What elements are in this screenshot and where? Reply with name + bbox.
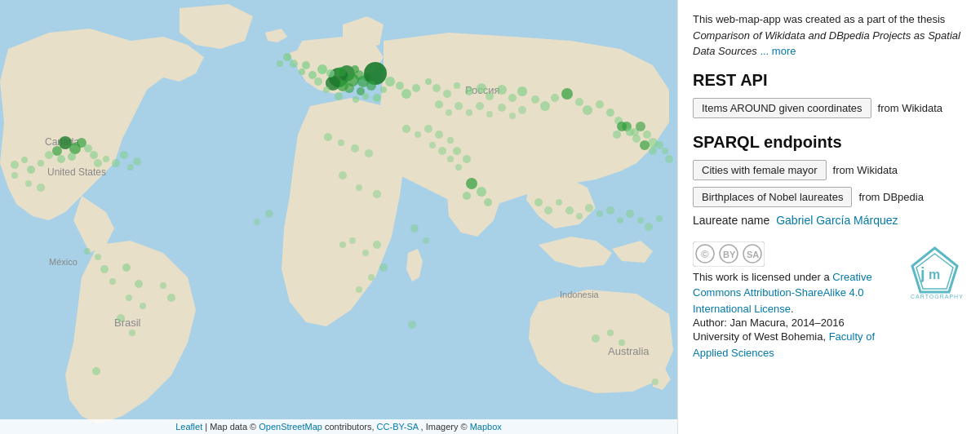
svg-point-115 (95, 254, 101, 260)
svg-point-90 (94, 159, 102, 167)
svg-point-102 (463, 192, 471, 200)
map-container[interactable]: Россия Canada United States México Brasi… (0, 0, 677, 434)
cc-logo: © BY SA (693, 241, 765, 267)
svg-point-110 (109, 278, 116, 285)
svg-point-88 (21, 157, 28, 163)
svg-point-151 (446, 109, 452, 116)
intro-paragraph: This web-map-app was created as a part o… (693, 11, 965, 60)
more-link[interactable]: ... more (760, 45, 796, 57)
svg-point-134 (349, 237, 356, 244)
svg-point-92 (112, 159, 120, 167)
svg-point-103 (122, 264, 131, 272)
svg-point-95 (133, 157, 141, 166)
svg-point-32 (362, 93, 369, 100)
svg-point-157 (509, 113, 516, 119)
svg-text:©: © (701, 248, 709, 260)
svg-point-82 (84, 144, 92, 153)
svg-point-128 (379, 264, 388, 272)
laureate-name: Gabriel García Márquez (776, 214, 898, 227)
svg-point-19 (336, 67, 346, 77)
jm-logo: j m CARTOGRAPHY (904, 241, 965, 305)
svg-point-138 (544, 206, 552, 215)
svg-point-147 (637, 217, 644, 224)
svg-point-108 (129, 330, 135, 336)
sidebar: This web-map-app was created as a part o… (677, 0, 980, 434)
svg-point-162 (447, 156, 454, 162)
around-coordinates-button[interactable]: Items AROUND given coordinates (693, 98, 871, 118)
svg-point-75 (356, 184, 362, 191)
svg-point-146 (626, 210, 634, 218)
svg-point-55 (575, 98, 583, 106)
sparql-section: SPARQL endpoints Cities with female mayo… (693, 133, 965, 227)
svg-point-99 (466, 178, 477, 189)
svg-point-100 (477, 187, 486, 197)
svg-point-154 (476, 102, 484, 110)
svg-point-89 (11, 161, 19, 169)
svg-point-40 (412, 84, 420, 92)
univ-text: University of West Bohemia, Faculty of A… (693, 329, 896, 361)
svg-text:j: j (920, 264, 925, 282)
svg-point-159 (453, 147, 461, 155)
mapbox-link[interactable]: Mapbox (470, 422, 502, 432)
svg-point-76 (373, 190, 381, 198)
svg-point-71 (338, 140, 344, 146)
ccbysa-link[interactable]: CC-BY-SA (377, 422, 419, 432)
svg-point-68 (435, 131, 443, 139)
svg-point-53 (551, 94, 559, 102)
svg-point-18 (351, 65, 359, 73)
svg-point-51 (531, 95, 539, 104)
svg-point-81 (68, 153, 76, 161)
svg-point-42 (432, 84, 441, 92)
svg-point-15 (344, 83, 354, 93)
svg-point-123 (640, 140, 650, 150)
birthplaces-nobel-button[interactable]: Birthplaces of Nobel laureates (693, 187, 852, 207)
svg-text:m: m (929, 268, 940, 281)
svg-point-37 (277, 60, 283, 67)
svg-point-122 (632, 135, 641, 143)
svg-point-52 (540, 101, 550, 111)
svg-text:United States: United States (47, 166, 106, 178)
svg-point-17 (364, 62, 387, 85)
leaflet-link[interactable]: Leaflet (175, 422, 202, 432)
svg-point-35 (385, 77, 395, 86)
svg-point-73 (365, 149, 373, 157)
svg-point-62 (636, 122, 645, 131)
sparql-from-1: from Wikidata (833, 164, 898, 176)
map-attribution: Leaflet | Map data © OpenStreetMap contr… (0, 419, 677, 434)
svg-point-72 (351, 144, 359, 153)
svg-point-105 (126, 294, 132, 301)
svg-point-126 (662, 148, 668, 154)
svg-point-67 (424, 125, 432, 133)
license-and-logo: © BY SA This work is licensed under a Cr… (693, 241, 965, 361)
svg-point-117 (607, 330, 614, 336)
osm-link[interactable]: OpenStreetMap (259, 422, 322, 432)
svg-point-83 (90, 151, 98, 159)
svg-point-20 (326, 69, 335, 78)
svg-point-28 (314, 78, 322, 86)
svg-point-96 (11, 172, 18, 179)
svg-point-136 (423, 237, 429, 244)
svg-point-121 (613, 131, 621, 139)
svg-point-143 (596, 210, 603, 217)
svg-point-70 (324, 133, 332, 141)
svg-point-23 (317, 64, 327, 74)
cities-female-mayor-button[interactable]: Cities with female mayor (693, 160, 827, 180)
svg-point-132 (373, 241, 381, 249)
svg-point-155 (486, 111, 493, 117)
svg-point-160 (463, 155, 471, 163)
svg-point-116 (592, 334, 600, 343)
svg-point-167 (265, 210, 273, 218)
svg-point-30 (335, 92, 343, 100)
svg-point-107 (117, 314, 125, 322)
svg-point-133 (339, 241, 346, 248)
svg-point-45 (465, 87, 473, 95)
svg-point-66 (415, 131, 421, 138)
svg-point-24 (308, 71, 317, 79)
svg-point-118 (619, 339, 625, 346)
svg-point-98 (37, 184, 45, 192)
svg-point-130 (356, 286, 362, 293)
license-text: This work is licensed under a Creative C… (693, 269, 896, 317)
svg-point-156 (498, 104, 506, 112)
svg-point-127 (665, 155, 673, 163)
svg-point-144 (606, 206, 614, 215)
